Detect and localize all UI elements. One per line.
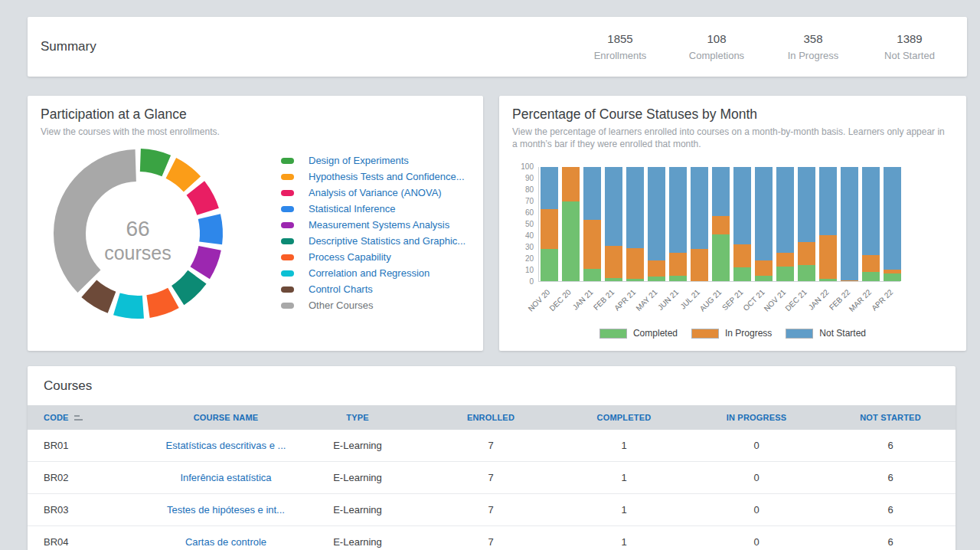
summary-card: Summary 1855Enrollments108Completions358… <box>28 17 967 77</box>
donut-legend-item-7[interactable]: Correlation and Regression <box>281 265 466 281</box>
bar-segment-completed <box>819 279 837 281</box>
donut-legend-swatch <box>281 206 294 212</box>
summary-stats: 1855Enrollments108Completions358In Progr… <box>590 32 939 61</box>
donut-legend-item-6[interactable]: Process Capability <box>281 249 466 265</box>
table-row-br04: BR04Cartas de controleE-Learning7106 <box>28 526 956 550</box>
donut-legend-swatch <box>281 174 294 180</box>
bar-legend-swatch <box>691 329 719 339</box>
summary-stat-in-progress: 358In Progress <box>783 32 843 61</box>
donut-legend-label: Hypothesis Tests and Confidence... <box>309 171 465 182</box>
stat-label: Enrollments <box>590 50 650 61</box>
donut-legend-label: Control Charts <box>309 283 373 295</box>
donut-legend-item-1[interactable]: Hypothesis Tests and Confidence... <box>281 169 466 185</box>
column-header-completed[interactable]: COMPLETED <box>560 413 688 422</box>
courses-table-header: CODECOURSE NAMETYPEENROLLEDCOMPLETEDIN P… <box>28 405 956 430</box>
summary-title: Summary <box>41 39 96 54</box>
donut-chart <box>46 142 230 326</box>
bar-dec-20 <box>562 167 580 281</box>
cell-code: BR03 <box>28 504 158 516</box>
bar-segment-not-started <box>541 167 558 209</box>
column-header-not-started[interactable]: NOT STARTED <box>825 413 956 422</box>
bar-legend-item-in-progress: In Progress <box>691 328 772 339</box>
bar-segment-in-progress <box>841 280 858 281</box>
course-name-link[interactable]: Estatísticas descritivas e ... <box>166 440 286 451</box>
summary-stat-enrollments: 1855Enrollments <box>590 32 650 61</box>
cell-course-name: Cartas de controle <box>158 536 294 548</box>
stat-value: 108 <box>687 32 746 45</box>
courses-table-body: BR01Estatísticas descritivas e ...E-Lear… <box>28 430 956 550</box>
x-tick-label: MAY 21 <box>634 288 658 313</box>
stat-value: 1389 <box>880 32 939 45</box>
donut-legend-item-8[interactable]: Control Charts <box>281 281 466 297</box>
statuses-subtitle: View the percentage of learners enrolled… <box>512 126 945 150</box>
bar-segment-not-started <box>583 167 601 220</box>
table-row-br02: BR02Inferência estatísticaE-Learning7106 <box>28 462 956 494</box>
donut-legend-item-5[interactable]: Descriptive Statistics and Graphic... <box>281 233 466 249</box>
bar-segment-not-started <box>691 167 708 249</box>
bar-segment-not-started <box>733 167 751 244</box>
cell-completed: 1 <box>560 472 688 483</box>
column-header-code[interactable]: CODE <box>28 413 158 422</box>
bar-segment-in-progress <box>669 253 687 276</box>
y-tick-label: 80 <box>499 186 534 194</box>
bar-nov-21 <box>776 167 794 281</box>
bar-segment-not-started <box>841 167 858 280</box>
donut-legend-item-3[interactable]: Statistical Inference <box>281 201 466 217</box>
stat-label: In Progress <box>783 50 843 61</box>
bar-dec-21 <box>798 167 815 281</box>
bar-segment-not-started <box>669 167 687 253</box>
bar-apr-21 <box>626 167 644 281</box>
donut-legend-swatch <box>281 286 294 293</box>
cell-not-started: 6 <box>825 504 956 516</box>
cell-in-progress: 0 <box>688 472 825 483</box>
donut-legend-item-9[interactable]: Other Courses <box>281 297 466 313</box>
bar-jul-21 <box>691 167 708 281</box>
x-tick-label: APR 21 <box>612 288 637 313</box>
bar-may-21 <box>648 167 665 281</box>
table-row-br03: BR03Testes de hipóteses e int...E-Learni… <box>28 494 956 526</box>
y-tick-label: 30 <box>499 244 534 251</box>
bar-segment-in-progress <box>648 260 665 277</box>
x-tick-label: JAN 21 <box>570 288 594 312</box>
course-name-link[interactable]: Inferência estatística <box>180 472 271 483</box>
x-tick-label: NOV 20 <box>526 288 551 313</box>
bar-feb-22 <box>841 167 858 281</box>
bar-segment-completed <box>626 279 644 281</box>
course-name-link[interactable]: Cartas de controle <box>185 536 266 548</box>
bar-feb-21 <box>605 167 622 281</box>
x-tick-label: FEB 21 <box>592 288 616 312</box>
donut-legend-label: Correlation and Regression <box>309 267 430 279</box>
bar-segment-completed <box>648 277 665 281</box>
column-header-in-progress[interactable]: IN PROGRESS <box>688 413 825 422</box>
bar-legend-swatch <box>786 329 813 339</box>
bar-chart-legend: CompletedIn ProgressNot Started <box>499 328 966 339</box>
column-header-type[interactable]: TYPE <box>294 413 421 422</box>
stat-label: Completions <box>687 50 746 61</box>
cell-code: BR02 <box>28 472 158 483</box>
cell-code: BR04 <box>28 536 158 548</box>
bar-legend-item-not-started: Not Started <box>786 328 866 339</box>
course-name-link[interactable]: Testes de hipóteses e int... <box>167 504 285 516</box>
donut-legend-item-2[interactable]: Analysis of Variance (ANOVA) <box>281 185 466 201</box>
cell-code: BR01 <box>28 440 158 451</box>
column-header-enrolled[interactable]: ENROLLED <box>421 413 560 422</box>
cell-course-name: Inferência estatística <box>158 472 294 483</box>
bar-segment-in-progress <box>562 167 580 201</box>
x-tick-label: NOV 21 <box>762 288 787 313</box>
x-tick-label: DEC 20 <box>548 288 573 313</box>
donut-legend-item-0[interactable]: Design of Experiments <box>281 152 466 169</box>
bar-segment-in-progress <box>605 246 622 278</box>
bar-segment-in-progress <box>626 248 644 279</box>
bar-segment-completed <box>755 276 773 281</box>
bar-aug-21 <box>712 167 730 281</box>
participation-title: Participation at a Glance <box>41 106 187 123</box>
column-header-course-name[interactable]: COURSE NAME <box>158 413 294 422</box>
x-tick-label: JUN 21 <box>656 288 680 312</box>
cell-type: E-Learning <box>294 504 421 516</box>
bar-segment-completed <box>712 234 730 281</box>
cell-enrolled: 7 <box>421 472 560 483</box>
summary-stat-not-started: 1389Not Started <box>880 32 939 61</box>
cell-in-progress: 0 <box>688 440 825 451</box>
bar-jan-21 <box>583 167 601 281</box>
donut-legend-item-4[interactable]: Measurement Systems Analysis <box>281 217 466 233</box>
